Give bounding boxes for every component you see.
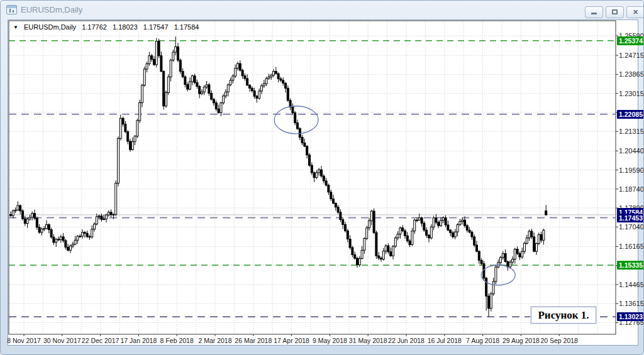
price-tick-label: 1.23865 (619, 70, 644, 78)
date-label: 7 Aug 2018 (466, 337, 499, 344)
date-label: 9 May 2018 (313, 337, 347, 344)
header-open: 1.17762 (82, 23, 107, 31)
date-label: 22 Jun 2018 (388, 337, 425, 344)
price-tick-label: 1.17040 (619, 223, 644, 231)
date-label: 30 Nov 2017 (43, 337, 81, 344)
level-price-label: 1.25374 (617, 36, 644, 45)
date-label: 2 Mar 2018 (198, 337, 231, 344)
date-label: 16 Jul 2018 (428, 337, 462, 344)
header-high: 1.18023 (113, 23, 138, 31)
level-price-label: 1.13023 (617, 312, 644, 321)
chart-canvas[interactable] (1, 1, 644, 355)
date-label: 8 Nov 2017 (7, 337, 41, 344)
figure-caption: Рисунок 1. (531, 307, 596, 324)
level-price-label: 1.22085 (617, 110, 644, 119)
header-symbol: EURUSDm,Daily (24, 23, 76, 31)
header-low: 1.17547 (143, 23, 169, 31)
price-tick-label: 1.19590 (619, 167, 644, 174)
price-tick-label: 1.21315 (619, 128, 644, 135)
price-tick-label: 1.14465 (619, 281, 644, 288)
date-label: 8 Feb 2018 (160, 337, 194, 344)
date-label: 17 Apr 2018 (274, 337, 309, 344)
header-close: 1.17584 (174, 23, 199, 31)
date-label: 29 Aug 2018 (502, 337, 540, 344)
price-tick-label: 1.23015 (619, 90, 644, 97)
price-tick-label: 1.13615 (619, 300, 644, 307)
chart-header: ▼ EURUSDm,Daily 1.17762 1.18023 1.17547 … (13, 23, 203, 31)
date-label: 26 Mar 2018 (235, 337, 272, 344)
price-tick-label: 1.20440 (619, 147, 644, 155)
price-tick-label: 1.16165 (619, 243, 644, 250)
price-tick-label: 1.18740 (619, 185, 644, 193)
date-label: 20 Sep 2018 (540, 337, 578, 344)
level-price-label: 1.17453 (617, 214, 644, 222)
price-tick-label: 1.24715 (619, 52, 644, 59)
symbol-dropdown-arrow[interactable]: ▼ (13, 25, 18, 30)
date-label: 31 May 2018 (349, 337, 387, 344)
date-label: 22 Dec 2017 (82, 337, 119, 344)
level-price-label: 1.15335 (617, 261, 644, 270)
candlesticks (10, 36, 547, 317)
date-label: 17 Jan 2018 (120, 337, 157, 344)
chart-window: EURUSDm,Daily ✕ ▼ EURUSDm,Daily 1.17762 … (0, 0, 644, 355)
